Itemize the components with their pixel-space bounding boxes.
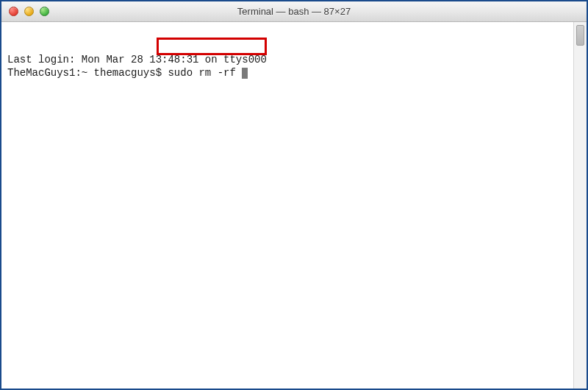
terminal-body[interactable]: Last login: Mon Mar 28 13:48:31 on ttys0…	[1, 22, 573, 389]
vertical-scrollbar[interactable]	[573, 22, 587, 389]
terminal-command: sudo rm -rf	[168, 67, 242, 79]
terminal-cursor-icon	[242, 68, 248, 79]
window-title: Terminal — bash — 87×27	[1, 6, 587, 17]
zoom-icon[interactable]	[40, 7, 49, 16]
scroll-thumb[interactable]	[576, 25, 584, 46]
terminal-prompt: TheMacGuys1:~ themacguys$	[7, 67, 168, 79]
minimize-icon[interactable]	[24, 7, 34, 16]
terminal-area: Last login: Mon Mar 28 13:48:31 on ttys0…	[1, 22, 587, 389]
window-titlebar: Terminal — bash — 87×27	[1, 1, 587, 22]
close-icon[interactable]	[9, 7, 18, 16]
terminal-line-last-login: Last login: Mon Mar 28 13:48:31 on ttys0…	[7, 53, 567, 66]
traffic-lights	[9, 7, 49, 16]
terminal-prompt-line: TheMacGuys1:~ themacguys$ sudo rm -rf	[7, 66, 567, 79]
